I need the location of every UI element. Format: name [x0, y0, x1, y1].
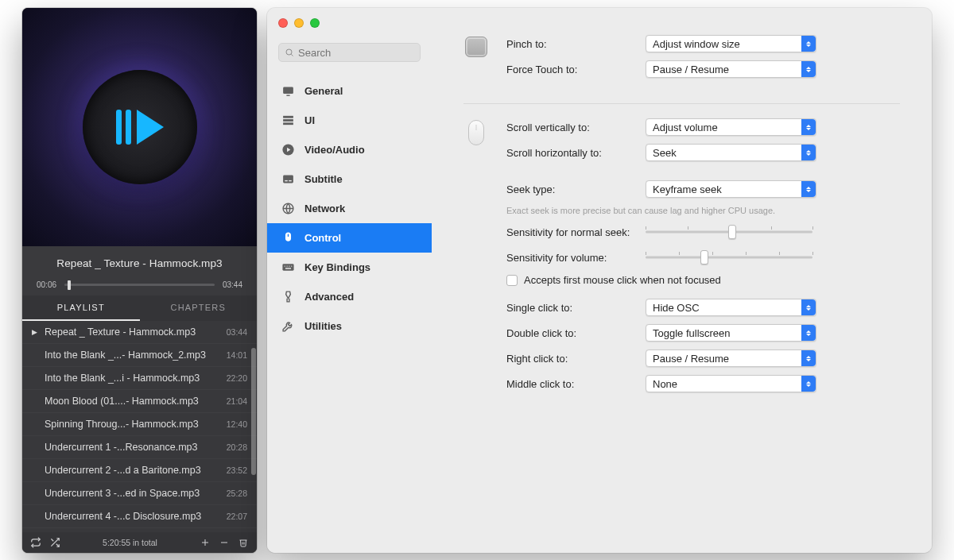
- scroll-horizontal-label: Scroll horizontally to:: [506, 147, 646, 159]
- playlist-scrollbar[interactable]: [251, 342, 256, 532]
- app-logo-disc: [83, 70, 197, 184]
- sidebar-item-general[interactable]: General: [267, 76, 432, 106]
- svg-rect-1: [126, 110, 131, 145]
- svg-point-24: [289, 265, 289, 266]
- svg-rect-11: [286, 95, 289, 95]
- play-logo-icon: [111, 103, 169, 151]
- playlist-item-name: Undercurrent 3 -...ed in Space.mp3: [45, 488, 227, 499]
- playlist-item[interactable]: Into the Blank _...- Hammock_2.mp314:01: [22, 344, 257, 367]
- scroll-horizontal-select[interactable]: Seek: [646, 144, 816, 161]
- seek-bar[interactable]: [64, 284, 215, 286]
- now-playing-title: Repeat _ Texture - Hammock.mp3: [37, 257, 242, 269]
- right-click-select[interactable]: Pause / Resume: [646, 350, 816, 367]
- window-controls: [278, 18, 320, 28]
- add-icon[interactable]: [200, 537, 211, 548]
- subtitle-icon: [281, 172, 295, 186]
- middle-click-select[interactable]: None: [646, 375, 816, 392]
- first-click-label: Accepts first mouse click when not focus…: [524, 274, 721, 286]
- scroll-vertical-label: Scroll vertically to:: [506, 122, 646, 133]
- sidebar-item-network[interactable]: Network: [267, 194, 432, 223]
- video-audio-icon: [281, 143, 295, 156]
- sensitivity-volume-label: Sensitivity for volume:: [506, 252, 646, 264]
- playlist-item[interactable]: Undercurrent 1 -...Resonance.mp320:28: [22, 436, 257, 459]
- sidebar-item-key-bindings[interactable]: Key Bindings: [267, 253, 432, 282]
- control-icon: [281, 231, 295, 245]
- svg-rect-19: [289, 180, 292, 181]
- single-click-select[interactable]: Hide OSC: [646, 299, 816, 316]
- prefs-sidebar: GeneralUIVideo/AudioSubtitleNetworkContr…: [267, 8, 432, 553]
- playlist-item-name: Repeat _ Texture - Hammock.mp3: [45, 326, 227, 338]
- seek-type-select[interactable]: Keyframe seek: [646, 180, 816, 198]
- playlist-item-duration: 22:20: [227, 373, 247, 383]
- playlist-item[interactable]: Spinning Throug...- Hammock.mp312:40: [22, 413, 257, 436]
- album-art: [22, 8, 257, 246]
- playlist-item[interactable]: Undercurrent 2 -...d a Baritone.mp323:52: [22, 459, 257, 482]
- shuffle-icon[interactable]: [49, 537, 60, 548]
- tab-chapters[interactable]: CHAPTERS: [140, 295, 258, 321]
- seek-type-hint: Exact seek is more precise but can cause…: [506, 206, 900, 215]
- search-input[interactable]: [298, 47, 432, 59]
- trackpad-icon: [465, 37, 487, 57]
- svg-rect-26: [285, 268, 291, 268]
- svg-rect-18: [285, 180, 288, 181]
- sensitivity-volume-slider[interactable]: [646, 251, 812, 264]
- playlist-item-duration: 22:07: [227, 512, 247, 521]
- playlist-total: 5:20:55 in total: [68, 538, 192, 547]
- playlist-item[interactable]: ▶Repeat _ Texture - Hammock.mp303:44: [22, 321, 257, 344]
- prefs-search[interactable]: [278, 43, 421, 62]
- sensitivity-seek-slider[interactable]: [646, 226, 812, 238]
- zoom-button[interactable]: [310, 18, 320, 28]
- tab-playlist[interactable]: PLAYLIST: [22, 295, 140, 321]
- general-icon: [281, 84, 295, 98]
- sidebar-item-utilities[interactable]: Utilities: [267, 311, 432, 341]
- playlist-item-name: Spinning Throug...- Hammock.mp3: [45, 419, 227, 430]
- middle-click-label: Middle click to:: [506, 378, 646, 390]
- playlist[interactable]: ▶Repeat _ Texture - Hammock.mp303:44Into…: [22, 321, 257, 532]
- double-click-select[interactable]: Toggle fullscreen: [646, 324, 816, 342]
- sidebar-item-label: Subtitle: [304, 173, 343, 185]
- first-click-checkbox[interactable]: [506, 275, 518, 286]
- close-button[interactable]: [278, 18, 288, 28]
- trash-icon[interactable]: [238, 537, 249, 548]
- sidebar-item-label: Network: [304, 203, 345, 214]
- single-click-label: Single click to:: [506, 302, 646, 314]
- minimize-button[interactable]: [294, 18, 304, 28]
- sidebar-item-video-audio[interactable]: Video/Audio: [267, 135, 432, 164]
- playlist-item[interactable]: Undercurrent 4 -...c Disclosure.mp322:07: [22, 505, 257, 528]
- player-footer: 5:20:55 in total: [22, 532, 257, 553]
- svg-line-4: [51, 539, 53, 541]
- playlist-item-duration: 14:01: [227, 350, 247, 360]
- playlist-item-name: Into the Blank _...- Hammock_2.mp3: [45, 350, 227, 361]
- force-touch-select[interactable]: Pause / Resume: [646, 60, 816, 78]
- scroll-vertical-select[interactable]: Adjust volume: [646, 118, 816, 136]
- svg-rect-14: [283, 122, 293, 125]
- prefs-content: Pinch to: Adjust window size Force Touch…: [432, 8, 932, 553]
- time-elapsed: 00:06: [37, 280, 56, 289]
- remove-icon[interactable]: [219, 537, 230, 548]
- playlist-item-duration: 20:28: [227, 442, 247, 452]
- playlist-item[interactable]: Into the Blank _...i - Hammock.mp322:20: [22, 367, 257, 390]
- sidebar-item-label: Video/Audio: [304, 144, 365, 156]
- right-click-label: Right click to:: [506, 353, 646, 365]
- svg-point-8: [286, 49, 292, 55]
- playlist-item-name: Undercurrent 1 -...Resonance.mp3: [45, 442, 227, 453]
- svg-rect-17: [283, 176, 293, 183]
- preferences-window: GeneralUIVideo/AudioSubtitleNetworkContr…: [267, 8, 932, 553]
- playlist-item-duration: 03:44: [227, 327, 247, 337]
- playlist-item[interactable]: Moon Blood (01....- Hammock.mp321:04: [22, 390, 257, 413]
- sidebar-item-ui[interactable]: UI: [267, 106, 432, 135]
- pinch-select[interactable]: Adjust window size: [646, 35, 816, 52]
- sidebar-item-label: Key Bindings: [304, 261, 370, 273]
- svg-rect-0: [116, 110, 122, 145]
- time-remaining: 03:44: [223, 280, 242, 289]
- sidebar-item-advanced[interactable]: Advanced: [267, 282, 432, 311]
- repeat-icon[interactable]: [30, 537, 41, 548]
- sidebar-item-subtitle[interactable]: Subtitle: [267, 164, 432, 194]
- svg-rect-13: [283, 119, 293, 122]
- sidebar-item-control[interactable]: Control: [267, 223, 432, 253]
- key-bindings-icon: [281, 261, 295, 274]
- advanced-icon: [281, 290, 295, 303]
- ui-icon: [281, 114, 295, 127]
- playlist-item[interactable]: Undercurrent 3 -...ed in Space.mp325:28: [22, 482, 257, 505]
- playing-indicator-icon: ▶: [32, 328, 45, 336]
